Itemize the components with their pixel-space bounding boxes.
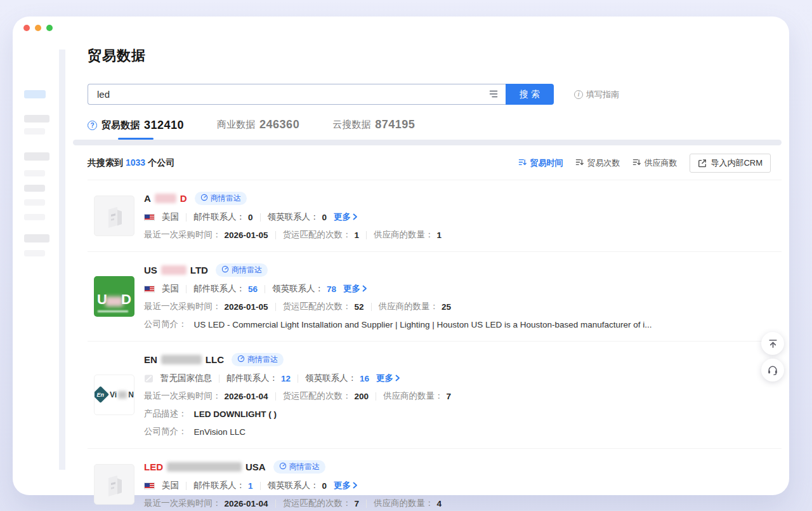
field-value[interactable]: 16	[360, 374, 369, 383]
sidebar-item-placeholder[interactable]	[24, 185, 45, 192]
sort-供应商数[interactable]: 供应商数	[632, 157, 677, 169]
more-link[interactable]: 更多	[376, 373, 400, 384]
field-value[interactable]: 56	[248, 284, 258, 294]
field-label: 供应商的数量：	[374, 229, 434, 241]
field-label: 供应商的数量：	[379, 301, 439, 312]
business-radar-badge[interactable]: 商情雷达	[195, 192, 247, 205]
filter-lines-icon[interactable]	[488, 90, 499, 98]
company-name[interactable]: AD	[144, 193, 187, 204]
help-circle-icon[interactable]	[88, 121, 97, 130]
field: 货运匹配的次数：52	[283, 301, 364, 312]
company-row: EnViNENLLC商情雷达暂无国家信息邮件联系人：12领英联系人：16更多最近…	[88, 342, 782, 449]
country-label: 美国	[162, 480, 179, 491]
company-name-part: LTD	[190, 265, 208, 275]
field: 供应商的数量：1	[374, 229, 442, 241]
vertical-divider	[298, 375, 298, 383]
export-icon	[698, 159, 707, 168]
tab-label: 贸易数据	[102, 119, 140, 131]
sidebar-item-placeholder[interactable]	[24, 234, 49, 242]
field-label: 领英联系人：	[272, 283, 324, 295]
search-button[interactable]: 搜 索	[506, 84, 554, 105]
sidebar-item-placeholder[interactable]	[24, 214, 45, 220]
sidebar-item-placeholder[interactable]	[24, 199, 45, 206]
company-name-part: LLC	[206, 354, 224, 365]
field-value[interactable]: 78	[327, 284, 336, 294]
import-crm-button[interactable]: 导入内部CRM	[690, 154, 771, 173]
data-source-tabs: 贸易数据312410商业数据246360云搜数据874195	[88, 118, 782, 140]
business-radar-badge[interactable]: 商情雷达	[273, 460, 325, 474]
sidebar-item-placeholder[interactable]	[24, 250, 45, 256]
sidebar-item-placeholder[interactable]	[24, 170, 45, 176]
info-circle-icon	[574, 90, 583, 99]
business-radar-badge[interactable]: 商情雷达	[216, 263, 268, 277]
more-link[interactable]: 更多	[334, 480, 358, 491]
vertical-divider	[275, 231, 276, 239]
field-label: 货运匹配的次数：	[283, 390, 351, 402]
building-icon	[102, 471, 127, 498]
sort-贸易次数[interactable]: 贸易次数	[575, 157, 620, 169]
vertical-divider	[275, 500, 276, 508]
close-window-button[interactable]	[23, 25, 30, 31]
sort-icon	[632, 158, 641, 168]
tab-count: 246360	[259, 118, 299, 131]
customer-service-button[interactable]	[761, 359, 784, 382]
company-logo[interactable]: UD	[94, 276, 134, 317]
radar-icon	[200, 194, 208, 203]
field: 领英联系人：16	[305, 373, 369, 384]
field: 供应商的数量：7	[383, 390, 451, 402]
field: 领英联系人：0	[268, 211, 327, 223]
fill-guide-label: 填写指南	[586, 89, 619, 100]
search-input[interactable]	[88, 84, 506, 105]
company-name-part: US	[144, 265, 157, 275]
maximize-window-button[interactable]	[46, 25, 53, 31]
field-value: 52	[355, 302, 364, 312]
field-label: 产品描述：	[144, 408, 187, 420]
tab-贸易数据[interactable]: 贸易数据312410	[88, 119, 184, 140]
sidebar-item-placeholder[interactable]	[24, 115, 49, 123]
sidebar-item-active-placeholder[interactable]	[24, 90, 46, 98]
back-to-top-button[interactable]	[761, 332, 784, 355]
chevron-right-icon	[353, 213, 358, 222]
field-label: 领英联系人：	[268, 211, 319, 223]
logo-letter: N	[128, 390, 134, 399]
company-name[interactable]: ENLLC	[144, 354, 224, 365]
company-intro-value: US LED - Commercial Light Installation a…	[194, 320, 652, 329]
tab-云搜数据[interactable]: 云搜数据874195	[332, 118, 415, 139]
minimize-window-button[interactable]	[35, 25, 41, 31]
field: 领英联系人：0	[268, 480, 327, 491]
field-value: 1	[437, 230, 442, 240]
tab-商业数据[interactable]: 商业数据246360	[217, 118, 299, 139]
no-flag-icon	[144, 374, 154, 383]
radar-icon	[279, 462, 287, 472]
vertical-divider	[186, 285, 187, 293]
company-name-part: EN	[144, 354, 157, 365]
redacted-block	[105, 296, 123, 307]
field: 邮件联系人：0	[193, 211, 253, 223]
field-value[interactable]: 12	[281, 374, 291, 383]
field: 供应商的数量：25	[379, 301, 452, 312]
more-link[interactable]: 更多	[343, 283, 367, 295]
fill-guide-link[interactable]: 填写指南	[574, 89, 619, 100]
company-name[interactable]: LEDUSA	[144, 461, 266, 472]
vertical-divider	[219, 375, 219, 383]
more-link[interactable]: 更多	[334, 211, 358, 223]
headset-icon	[767, 364, 778, 376]
sidebar-item-placeholder[interactable]	[24, 152, 49, 161]
company-name[interactable]: USLTD	[144, 265, 208, 275]
horizontal-scrollbar[interactable]	[73, 140, 782, 145]
sidebar-item-placeholder[interactable]	[24, 128, 45, 135]
sort-贸易时间[interactable]: 贸易时间	[518, 157, 563, 169]
redacted-block	[118, 391, 127, 399]
field-label: 领英联系人：	[305, 373, 357, 384]
chevron-right-icon	[395, 374, 400, 383]
field-value: 2026-01-04	[225, 499, 268, 508]
vertical-divider	[186, 213, 187, 222]
company-logo-placeholder[interactable]	[94, 464, 134, 505]
company-logo[interactable]: EnViN	[94, 375, 134, 415]
company-logo-placeholder[interactable]	[94, 196, 134, 236]
tab-label: 云搜数据	[332, 119, 370, 131]
product-description-line: 产品描述：LED DOWNLIGHT ( )	[144, 408, 782, 420]
business-radar-badge[interactable]: 商情雷达	[232, 353, 284, 366]
redacted-name-block	[155, 194, 176, 203]
field-value[interactable]: 1	[248, 481, 253, 491]
